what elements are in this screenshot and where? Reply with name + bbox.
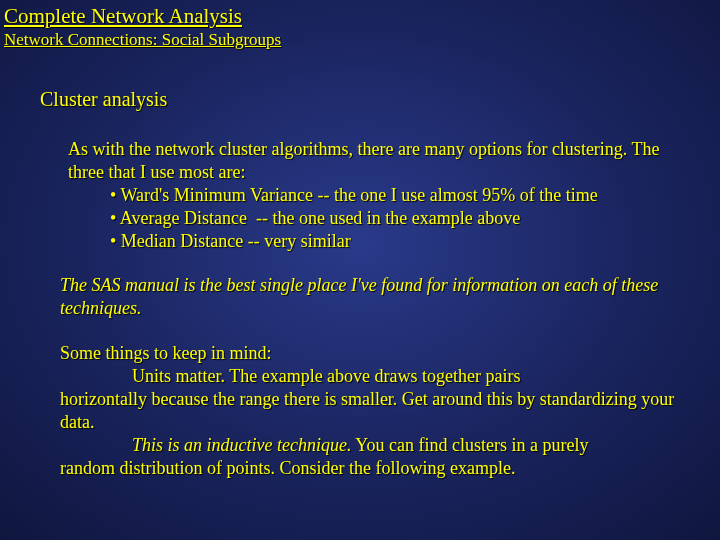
keep-intro: Some things to keep in mind: <box>60 342 690 365</box>
units-line1: Units matter. The example above draws to… <box>60 365 690 388</box>
slide-subtitle: Network Connections: Social Subgroups <box>4 30 281 50</box>
inductive-rest: You can find clusters in a purely <box>351 435 588 455</box>
intro-paragraph: As with the network cluster algorithms, … <box>68 138 690 184</box>
bullet-item: • Average Distance -- the one used in th… <box>110 207 690 230</box>
slide-title: Complete Network Analysis <box>4 4 242 29</box>
inductive-label: This is an inductive technique. <box>132 435 351 455</box>
sas-note: The SAS manual is the best single place … <box>60 274 690 320</box>
inductive-line1: This is an inductive technique. You can … <box>60 434 690 457</box>
bullet-item: • Ward's Minimum Variance -- the one I u… <box>110 184 690 207</box>
inductive-line2: random distribution of points. Consider … <box>60 457 690 480</box>
bullet-item: • Median Distance -- very similar <box>110 230 690 253</box>
keep-in-mind-block: Some things to keep in mind: Units matte… <box>60 342 690 480</box>
units-line2: horizontally because the range there is … <box>60 388 690 434</box>
section-heading: Cluster analysis <box>40 88 167 111</box>
bullet-list: • Ward's Minimum Variance -- the one I u… <box>110 184 690 253</box>
